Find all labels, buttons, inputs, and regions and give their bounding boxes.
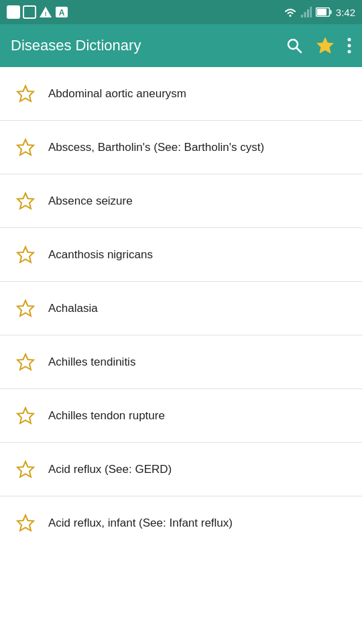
favorite-star-button[interactable] bbox=[11, 240, 40, 270]
disease-name: Acid reflux, infant (See: Infant reflux) bbox=[40, 515, 351, 531]
disease-name: Achalasia bbox=[40, 301, 351, 317]
svg-rect-11 bbox=[317, 9, 326, 15]
status-icon-1 bbox=[7, 5, 20, 19]
svg-rect-8 bbox=[310, 7, 312, 17]
star-outline-icon bbox=[15, 352, 36, 372]
app-title: Diseases Dictionary bbox=[11, 37, 275, 54]
status-bar: ! A 3:42 bbox=[0, 0, 362, 24]
star-outline-icon bbox=[15, 513, 36, 533]
star-outline-icon bbox=[15, 406, 36, 426]
warning-icon: ! bbox=[39, 6, 52, 18]
svg-marker-18 bbox=[17, 86, 34, 101]
svg-marker-23 bbox=[17, 354, 34, 370]
list-item[interactable]: Abdominal aortic aneurysm bbox=[0, 67, 362, 121]
favorite-star-button[interactable] bbox=[11, 294, 40, 323]
favorites-star-icon bbox=[315, 36, 335, 56]
more-options-icon bbox=[347, 37, 351, 54]
svg-text:!: ! bbox=[45, 11, 47, 17]
list-item[interactable]: Acid reflux, infant (See: Infant reflux) bbox=[0, 496, 362, 550]
favorite-star-button[interactable] bbox=[11, 401, 40, 431]
favorite-star-button[interactable] bbox=[11, 508, 40, 538]
list-item[interactable]: Achilles tendinitis bbox=[0, 335, 362, 389]
disease-list: Abdominal aortic aneurysm Abscess, Barth… bbox=[0, 67, 362, 550]
svg-point-4 bbox=[289, 15, 291, 17]
svg-marker-20 bbox=[17, 193, 34, 209]
disease-name: Achilles tendon rupture bbox=[40, 408, 351, 424]
status-right-icons: 3:42 bbox=[284, 7, 355, 18]
disease-name: Acanthosis nigricans bbox=[40, 247, 351, 263]
signal-icon bbox=[301, 7, 312, 17]
svg-marker-14 bbox=[317, 38, 333, 53]
app-bar-actions bbox=[286, 36, 351, 56]
search-button[interactable] bbox=[286, 37, 303, 54]
wifi-icon bbox=[284, 7, 297, 17]
svg-marker-21 bbox=[17, 247, 34, 262]
favorite-star-button[interactable] bbox=[11, 79, 40, 109]
svg-text:A: A bbox=[59, 8, 65, 17]
favorites-button[interactable] bbox=[315, 36, 335, 56]
disease-name: Abscess, Bartholin's (See: Bartholin's c… bbox=[40, 140, 351, 156]
star-outline-icon bbox=[15, 299, 36, 319]
svg-marker-24 bbox=[17, 408, 34, 423]
status-icon-2 bbox=[23, 5, 36, 19]
star-outline-icon bbox=[15, 245, 36, 265]
favorite-star-button[interactable] bbox=[11, 186, 40, 216]
disease-name: Achilles tendinitis bbox=[40, 354, 351, 370]
list-item[interactable]: Achalasia bbox=[0, 282, 362, 335]
font-icon: A bbox=[55, 6, 68, 18]
favorite-star-button[interactable] bbox=[11, 133, 40, 162]
list-item[interactable]: Achilles tendon rupture bbox=[0, 389, 362, 443]
svg-point-17 bbox=[348, 50, 351, 54]
favorite-star-button[interactable] bbox=[11, 455, 40, 484]
favorite-star-button[interactable] bbox=[11, 347, 40, 377]
svg-marker-22 bbox=[17, 301, 34, 316]
battery-icon bbox=[316, 7, 332, 17]
status-left-icons: ! A bbox=[7, 5, 68, 19]
star-outline-icon bbox=[15, 138, 36, 158]
search-icon bbox=[286, 37, 303, 54]
list-item[interactable]: Acid reflux (See: GERD) bbox=[0, 443, 362, 496]
star-outline-icon bbox=[15, 460, 36, 480]
disease-name: Absence seizure bbox=[40, 193, 351, 209]
list-item[interactable]: Absence seizure bbox=[0, 174, 362, 228]
list-item[interactable]: Abscess, Bartholin's (See: Bartholin's c… bbox=[0, 121, 362, 174]
svg-rect-10 bbox=[330, 10, 331, 14]
svg-marker-19 bbox=[17, 140, 34, 155]
app-bar: Diseases Dictionary bbox=[0, 24, 362, 67]
svg-point-15 bbox=[348, 38, 351, 42]
svg-point-16 bbox=[348, 44, 351, 48]
star-outline-icon bbox=[15, 84, 36, 104]
star-outline-icon bbox=[15, 191, 36, 211]
svg-line-13 bbox=[297, 48, 302, 53]
more-options-button[interactable] bbox=[347, 37, 351, 54]
status-time: 3:42 bbox=[336, 7, 355, 18]
disease-name: Abdominal aortic aneurysm bbox=[40, 86, 351, 102]
svg-marker-25 bbox=[17, 462, 34, 477]
disease-name: Acid reflux (See: GERD) bbox=[40, 462, 351, 478]
svg-rect-7 bbox=[307, 9, 309, 17]
svg-marker-26 bbox=[17, 515, 34, 531]
list-item[interactable]: Acanthosis nigricans bbox=[0, 228, 362, 282]
svg-rect-6 bbox=[304, 12, 306, 17]
svg-rect-5 bbox=[301, 15, 303, 17]
